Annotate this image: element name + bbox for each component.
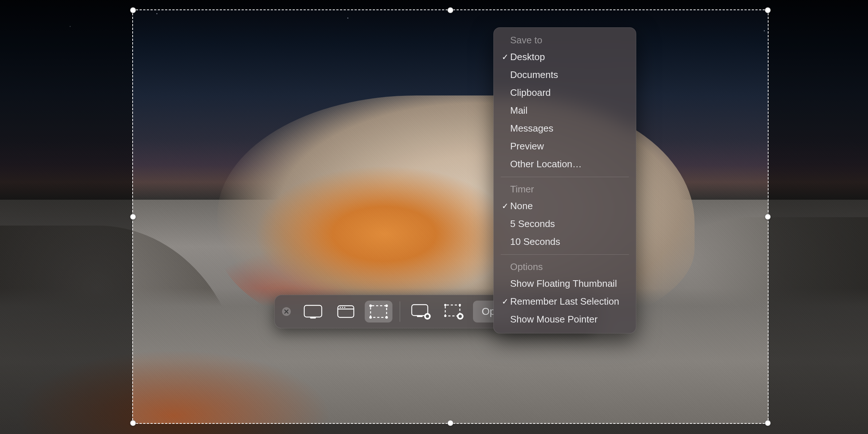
resize-handle-top-right[interactable] [765, 7, 771, 13]
svg-point-16 [426, 315, 429, 318]
svg-point-7 [344, 307, 345, 308]
resize-handle-bottom-middle[interactable] [447, 420, 453, 426]
menu-item-label: Messages [510, 121, 554, 136]
svg-rect-2 [310, 317, 316, 318]
check-icon: ✓ [500, 51, 510, 63]
close-icon [282, 307, 291, 316]
toolbar-separator [400, 301, 400, 322]
svg-point-19 [459, 304, 461, 306]
menu-item-label: Show Floating Thumbnail [510, 277, 617, 291]
menu-item-10-seconds[interactable]: ✓10 Seconds [493, 233, 636, 251]
menu-item-desktop[interactable]: ✓Desktop [493, 48, 636, 66]
menu-item-documents[interactable]: ✓Documents [493, 66, 636, 84]
screen-record-icon [411, 303, 432, 320]
menu-item-clipboard[interactable]: ✓Clipboard [493, 84, 636, 102]
menu-item-label: Other Location… [510, 157, 582, 171]
svg-point-6 [342, 307, 343, 308]
window-icon [336, 304, 356, 319]
menu-item-mail[interactable]: ✓Mail [493, 102, 636, 120]
capture-entire-screen-button[interactable] [299, 301, 327, 322]
svg-point-22 [458, 315, 462, 318]
options-menu: Save to✓Desktop✓Documents✓Clipboard✓Mail… [493, 27, 636, 333]
menu-separator [501, 177, 629, 177]
menu-item-remember-last-selection[interactable]: ✓Remember Last Selection [493, 293, 636, 310]
record-selected-portion-button[interactable] [440, 301, 468, 322]
record-entire-screen-button[interactable] [407, 301, 435, 322]
resize-handle-middle-left[interactable] [130, 214, 136, 220]
resize-handle-top-left[interactable] [130, 7, 136, 13]
svg-point-10 [385, 305, 388, 307]
menu-item-preview[interactable]: ✓Preview [493, 137, 636, 155]
capture-selected-window-button[interactable] [332, 301, 360, 322]
menu-item-show-floating-thumbnail[interactable]: ✓Show Floating Thumbnail [493, 275, 636, 293]
svg-rect-14 [417, 316, 423, 317]
svg-rect-1 [304, 305, 322, 317]
menu-item-label: Clipboard [510, 86, 551, 100]
svg-point-9 [369, 305, 372, 307]
menu-item-label: None [510, 199, 533, 213]
svg-point-18 [444, 304, 446, 306]
svg-point-12 [385, 316, 388, 319]
menu-section-save-to: Save to [493, 32, 636, 48]
svg-rect-8 [371, 306, 387, 317]
resize-handle-bottom-right[interactable] [765, 420, 771, 426]
check-icon: ✓ [500, 200, 510, 212]
svg-point-20 [444, 315, 446, 317]
selection-icon [368, 304, 389, 320]
capture-selected-portion-button[interactable] [365, 301, 392, 322]
menu-separator [501, 254, 629, 255]
menu-item-label: Preview [510, 139, 544, 153]
resize-handle-bottom-left[interactable] [130, 420, 136, 426]
menu-item-label: Show Mouse Pointer [510, 312, 598, 327]
resize-handle-middle-right[interactable] [765, 214, 771, 220]
menu-item-messages[interactable]: ✓Messages [493, 120, 636, 137]
svg-point-5 [340, 307, 341, 308]
menu-item-label: Documents [510, 68, 558, 82]
menu-item-label: 5 Seconds [510, 217, 555, 231]
menu-item-label: Desktop [510, 50, 545, 64]
menu-item-other-location[interactable]: ✓Other Location… [493, 155, 636, 173]
screenshot-selection-rect[interactable] [132, 9, 769, 424]
resize-handle-top-middle[interactable] [447, 7, 453, 13]
selection-record-icon [443, 303, 465, 320]
close-button[interactable] [281, 306, 292, 317]
menu-item-none[interactable]: ✓None [493, 197, 636, 215]
menu-item-show-mouse-pointer[interactable]: ✓Show Mouse Pointer [493, 310, 636, 328]
menu-item-label: Remember Last Selection [510, 294, 619, 309]
menu-item-label: 10 Seconds [510, 235, 560, 249]
menu-item-5-seconds[interactable]: ✓5 Seconds [493, 215, 636, 233]
screen-icon [303, 304, 323, 319]
menu-section-options: Options [493, 258, 636, 275]
check-icon: ✓ [500, 296, 510, 308]
menu-section-timer: Timer [493, 181, 636, 197]
svg-point-11 [369, 316, 372, 319]
menu-item-label: Mail [510, 103, 528, 118]
